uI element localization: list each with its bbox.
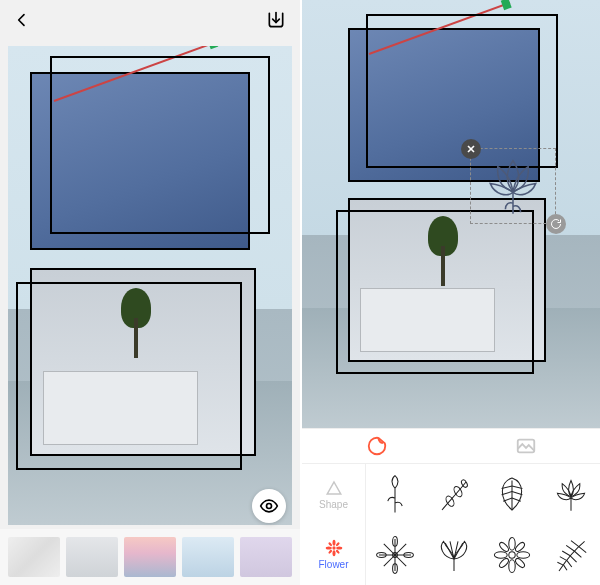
svg-point-29 <box>514 541 526 553</box>
export-button[interactable] <box>266 10 286 34</box>
sticker-flower-lotus[interactable] <box>542 464 601 525</box>
sticker-flower-dahlia[interactable] <box>483 525 542 586</box>
image-tab[interactable] <box>451 435 600 457</box>
svg-point-14 <box>335 550 340 555</box>
sticker-grid <box>366 464 600 585</box>
thumb-texture-lilac[interactable] <box>240 537 292 577</box>
svg-point-10 <box>336 547 342 550</box>
svg-point-24 <box>509 537 515 550</box>
image-tab-icon <box>515 435 537 457</box>
lotus-flower-sticker-icon <box>475 153 551 221</box>
svg-point-13 <box>327 550 332 555</box>
svg-point-12 <box>335 542 340 547</box>
svg-point-31 <box>514 557 526 569</box>
editor-canvas[interactable] <box>302 0 600 428</box>
svg-point-28 <box>498 541 510 553</box>
preview-header <box>0 0 300 44</box>
svg-point-1 <box>267 504 272 509</box>
category-shape[interactable]: Shape <box>302 464 365 525</box>
frame-bottom-offset[interactable] <box>336 210 534 374</box>
back-button[interactable] <box>14 12 30 32</box>
svg-point-23 <box>509 552 515 558</box>
sticker-selection-box[interactable] <box>470 148 556 224</box>
editor-panel: Shape Flower <box>300 0 600 585</box>
svg-point-27 <box>517 552 530 558</box>
preview-canvas[interactable] <box>8 46 292 525</box>
flower-icon <box>325 539 343 557</box>
sticker-leaf-radial[interactable] <box>366 525 425 586</box>
thumb-texture-plain[interactable] <box>66 537 118 577</box>
sticker-picker: Shape Flower <box>302 464 600 585</box>
sticker-tab-icon <box>366 435 388 457</box>
preview-panel <box>0 0 300 585</box>
svg-point-7 <box>332 540 335 546</box>
svg-point-8 <box>332 551 335 557</box>
toggle-visibility-button[interactable] <box>252 489 286 523</box>
svg-point-25 <box>509 560 515 573</box>
background-thumbnail-strip <box>0 529 300 585</box>
sticker-leaf-palm[interactable] <box>542 525 601 586</box>
sticker-flower-branch[interactable] <box>425 464 484 525</box>
svg-point-9 <box>325 547 331 550</box>
category-flower[interactable]: Flower <box>302 525 365 586</box>
editor-tabbar <box>302 428 600 464</box>
category-shape-label: Shape <box>319 499 348 510</box>
sticker-tab[interactable] <box>302 435 451 457</box>
svg-point-26 <box>495 552 508 558</box>
frame-bottom-offset[interactable] <box>16 282 242 470</box>
category-flower-label: Flower <box>318 559 348 570</box>
svg-marker-5 <box>327 482 341 494</box>
sticker-leaf-ginkgo-fan[interactable] <box>425 525 484 586</box>
sticker-leaf-monstera[interactable] <box>483 464 542 525</box>
sticker-category-list: Shape Flower <box>302 464 366 585</box>
svg-point-6 <box>332 547 335 550</box>
sticker-flower-tall-stem[interactable] <box>366 464 425 525</box>
thumb-texture-sky[interactable] <box>182 537 234 577</box>
thumb-texture-sunset[interactable] <box>124 537 176 577</box>
svg-point-30 <box>498 557 510 569</box>
triangle-icon <box>325 479 343 497</box>
svg-point-11 <box>327 542 332 547</box>
frame-top-offset[interactable] <box>50 56 270 234</box>
thumb-texture-marble[interactable] <box>8 537 60 577</box>
